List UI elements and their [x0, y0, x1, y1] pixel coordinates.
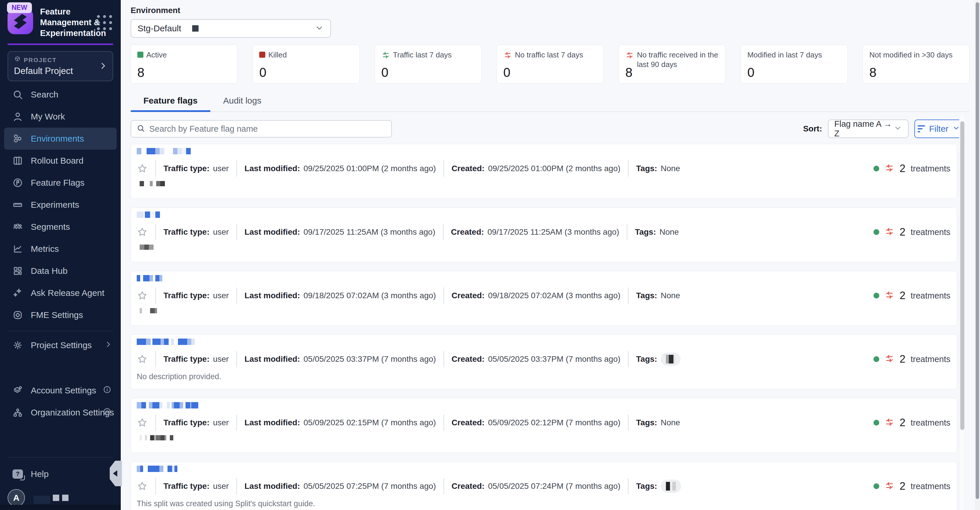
sidebar-item-search[interactable]: Search	[0, 84, 121, 106]
page-scrollbar-thumb[interactable]	[976, 2, 979, 499]
chevron-down-icon	[315, 23, 324, 33]
no-traffic-icon	[885, 163, 894, 174]
sidebar-item-ask-release-agent[interactable]: Ask Release Agent	[0, 282, 121, 304]
stats-cards: Active 8 Killed 0 Traffic last 7 days 0 …	[130, 44, 970, 84]
flag-search[interactable]	[130, 120, 392, 138]
flag-description-redacted	[140, 181, 951, 186]
data-hub-icon	[12, 265, 23, 276]
project-name: Default Project	[14, 66, 107, 76]
sidebar-item-my-work[interactable]: My Work	[0, 106, 121, 128]
treatments-count: 2	[900, 226, 905, 238]
tags-value: None	[661, 291, 680, 300]
environment-select[interactable]: Stg-Default	[130, 19, 331, 38]
chevron-down-icon	[894, 124, 902, 134]
last-modified-value: 05/05/2025 03:37PM (7 months ago)	[304, 354, 436, 364]
created-value: 09/18/2025 07:02AM (3 months ago)	[488, 291, 620, 300]
sidebar-item-account-settings[interactable]: Account Settings	[0, 380, 121, 402]
last-modified-value: 09/25/2025 01:00PM (2 months ago)	[304, 164, 436, 173]
favorite-star-icon[interactable]	[137, 227, 148, 238]
flag-row[interactable]: Traffic type: user Last modified: 05/05/…	[130, 462, 957, 510]
flag-status-cluster: 2 treatments	[873, 162, 950, 175]
favorite-star-icon[interactable]	[137, 290, 148, 301]
active-dot-icon	[873, 293, 879, 299]
avatar[interactable]: A	[8, 489, 25, 507]
search-input[interactable]	[149, 124, 386, 134]
tab-audit-logs[interactable]: Audit logs	[210, 94, 274, 111]
created-value: 05/09/2025 02:12PM (7 months ago)	[488, 418, 620, 427]
sidebar-item-data-hub[interactable]: Data Hub	[0, 260, 121, 282]
last-modified-value: 09/18/2025 07:02AM (3 months ago)	[304, 291, 436, 300]
gear-icon	[12, 340, 23, 351]
search-icon	[12, 89, 23, 100]
search-icon	[137, 124, 145, 134]
chevron-right-icon	[105, 340, 112, 350]
sidebar-item-experiments[interactable]: Experiments	[0, 194, 121, 216]
sidebar-item-feature-flags[interactable]: Feature Flags	[0, 172, 121, 194]
stat-card-not-modified-30d: Not modified in >30 days 8	[863, 44, 970, 84]
flag-name-redacted[interactable]	[137, 402, 951, 408]
header-divider	[8, 43, 113, 45]
sidebar-bottom-strip	[0, 505, 121, 510]
flag-meta: Traffic type: user Last modified: 05/09/…	[137, 414, 951, 432]
board-columns-icon	[12, 155, 23, 166]
project-box-icon	[14, 56, 21, 64]
tag-pill[interactable]	[661, 353, 681, 366]
org-chart-gear-icon	[12, 407, 23, 418]
favorite-star-icon[interactable]	[137, 163, 148, 174]
flag-status-cluster: 2 treatments	[873, 289, 950, 303]
sidebar-item-fme-settings[interactable]: FME Settings	[0, 304, 121, 326]
filter-button[interactable]: Filter	[915, 119, 963, 138]
favorite-star-icon[interactable]	[137, 417, 148, 428]
info-icon[interactable]	[103, 385, 111, 396]
sidebar-item-help[interactable]: ? Help	[0, 463, 121, 485]
flag-status-cluster: 2 treatments	[873, 225, 950, 239]
flag-name-redacted[interactable]	[137, 466, 951, 472]
no-traffic-icon	[885, 354, 894, 365]
environment-redacted-swatch	[192, 25, 199, 32]
sidebar-item-segments[interactable]: Segments	[0, 216, 121, 238]
favorite-star-icon[interactable]	[137, 354, 148, 365]
page-scrollbar[interactable]	[975, 0, 980, 510]
flag-description: No description provided.	[137, 372, 951, 381]
treatments-word: treatments	[911, 164, 950, 173]
no-traffic-arrows-icon	[503, 51, 512, 59]
sparkles-icon	[12, 288, 23, 299]
flag-row[interactable]: Traffic type: user Last modified: 05/05/…	[130, 335, 957, 389]
flag-row[interactable]: Traffic type: user Last modified: 09/18/…	[130, 271, 957, 326]
stat-card-traffic: Traffic last 7 days 0	[375, 44, 482, 84]
treatments-word: treatments	[911, 227, 950, 237]
sidebar: NEW Feature Management & Experimentation…	[0, 0, 121, 510]
flag-status-cluster: 2 treatments	[873, 352, 950, 366]
favorite-star-icon[interactable]	[137, 481, 148, 492]
user-name-redacted	[34, 492, 68, 504]
flag-name-redacted[interactable]	[137, 211, 951, 218]
tags-value: None	[660, 227, 679, 237]
sort-select[interactable]: Flag name A → Z	[828, 119, 908, 138]
divider	[8, 457, 113, 458]
flag-row[interactable]: Traffic type: user Last modified: 09/17/…	[130, 207, 957, 262]
sidebar-item-environments[interactable]: Environments	[4, 128, 117, 150]
tag-pill[interactable]	[661, 480, 681, 493]
app-switcher-icon[interactable]	[97, 15, 113, 31]
sidebar-nav: Search My Work Environments Rollout Boar…	[0, 84, 121, 326]
list-scrollbar-thumb[interactable]	[960, 121, 964, 430]
info-icon[interactable]	[103, 407, 111, 418]
list-scrollbar[interactable]	[959, 116, 965, 510]
killed-status-icon	[259, 52, 265, 58]
project-selector[interactable]: PROJECT Default Project	[8, 51, 113, 81]
sidebar-item-metrics[interactable]: Metrics	[0, 238, 121, 260]
tab-feature-flags[interactable]: Feature flags	[130, 94, 210, 111]
sidebar-item-project-settings[interactable]: Project Settings	[0, 334, 121, 356]
flag-row[interactable]: Traffic type: user Last modified: 09/25/…	[130, 144, 957, 199]
active-dot-icon	[873, 166, 879, 172]
flag-row[interactable]: Traffic type: user Last modified: 05/09/…	[130, 398, 957, 453]
user-account[interactable]: A	[8, 489, 68, 507]
flag-name-redacted[interactable]	[137, 338, 951, 345]
flag-name-redacted[interactable]	[137, 275, 951, 281]
flag-name-redacted[interactable]	[137, 148, 951, 154]
sidebar-item-organization-settings[interactable]: Organization Settings	[0, 402, 121, 424]
stat-card-no-traffic-90d: No traffic received in the last 90 days …	[619, 44, 725, 84]
stat-value: 0	[382, 65, 388, 80]
sidebar-item-rollout-board[interactable]: Rollout Board	[0, 150, 121, 172]
stat-value: 0	[259, 65, 266, 80]
